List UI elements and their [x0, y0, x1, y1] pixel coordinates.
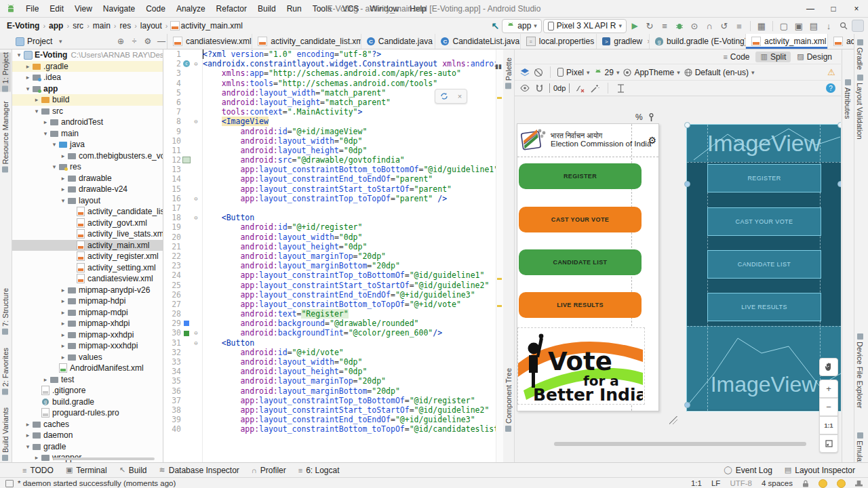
- palette-tab[interactable]: Palette: [505, 58, 513, 89]
- tree-item-test[interactable]: ▸test: [12, 374, 163, 386]
- tree-item-idea[interactable]: ▸.idea: [12, 72, 163, 83]
- blueprint-button-register[interactable]: REGISTER: [707, 164, 821, 192]
- tree-item-values[interactable]: ▸values: [12, 352, 163, 363]
- status-1-1[interactable]: 1:1: [691, 479, 702, 487]
- tree-item-androidtest[interactable]: ▸androidTest: [12, 117, 163, 128]
- code-line-28[interactable]: android:text="Register": [203, 309, 496, 319]
- tree-collapsed-arrow[interactable]: ▸: [59, 354, 67, 361]
- tree-collapsed-arrow[interactable]: ▸: [59, 342, 67, 349]
- code-line-30[interactable]: android:backgroundTint="@color/green_600…: [203, 328, 496, 338]
- menu-view[interactable]: View: [69, 4, 98, 14]
- code-line-37[interactable]: app:layout_constraintTop_toBottomOf="@id…: [203, 396, 496, 405]
- api-version-select[interactable]: 29 ▾: [594, 68, 620, 77]
- tab-local-properties[interactable]: =local.properties×: [521, 34, 597, 49]
- code-line-15[interactable]: app:layout_constraintStart_toStartOf="pa…: [203, 184, 496, 194]
- tree-expanded-arrow[interactable]: ▾: [24, 443, 32, 450]
- menu-run[interactable]: Run: [281, 4, 307, 14]
- tree-item-mipmap-xhdpi[interactable]: ▸mipmap-xhdpi: [12, 318, 163, 329]
- tree-item-com-thebigbusters-e-votin[interactable]: ▸com.thebigbusters.e_votin: [12, 150, 163, 162]
- mode-split-button[interactable]: ▥ Split: [755, 52, 791, 62]
- toolwindow-layout-inspector[interactable]: ▤Layout Inspector: [778, 466, 861, 475]
- blueprint-imageview-bottom[interactable]: ImageView: [687, 326, 841, 410]
- code-line-25[interactable]: app:layout_constraintStart_toStartOf="@i…: [203, 281, 496, 290]
- code-line-20[interactable]: android:layout_width="0dp": [203, 232, 496, 242]
- tree-item-activity-main-xml[interactable]: activity_main.xml: [12, 240, 163, 251]
- tree-item-res[interactable]: ▾res: [12, 161, 163, 173]
- tree-item-app[interactable]: ▾app: [12, 83, 163, 95]
- selection-handle[interactable]: [684, 122, 690, 128]
- device-manager-icon[interactable]: ▣: [792, 20, 806, 32]
- tree-item-gradle[interactable]: ▸.gradle: [12, 61, 163, 73]
- tab-activity-candidate-list-xml[interactable]: activity_candidate_list.xml×: [252, 34, 361, 49]
- code-line-21[interactable]: android:layout_height="0dp": [203, 242, 496, 251]
- tree-item-build-gradle[interactable]: gbuild.gradle: [12, 396, 163, 408]
- blueprint-imageview-top[interactable]: ImageView: [687, 125, 841, 162]
- fold-marker[interactable]: ⊖: [192, 213, 200, 222]
- tab-activity-main-xml[interactable]: activity_main.xml×: [746, 34, 828, 49]
- sync-project-icon[interactable]: ▦: [755, 20, 768, 32]
- apply-code-changes-icon[interactable]: ≡: [658, 20, 671, 32]
- tree-item-activity-setting-xml[interactable]: activity_setting.xml: [12, 262, 163, 274]
- blueprint-button-live-results[interactable]: LIVE RESULTS: [707, 293, 821, 321]
- status-4-spaces[interactable]: 4 spaces: [762, 479, 793, 487]
- blueprint-button-candidate-list[interactable]: CANDIDATE LIST: [707, 250, 821, 279]
- tree-item-mipmap-xxhdpi[interactable]: ▸mipmap-xxhdpi: [12, 329, 163, 341]
- stripe-tab-1-project[interactable]: 1: Project: [0, 52, 11, 92]
- breadcrumb-item-main[interactable]: main: [92, 21, 112, 30]
- design-canvas[interactable]: %: [515, 96, 841, 462]
- autoconnect-magnet-icon[interactable]: [535, 84, 544, 93]
- retry-instrumentation-icon[interactable]: ↺: [717, 20, 731, 32]
- toolwindow-build[interactable]: ↖Build: [113, 466, 153, 475]
- tree-collapsed-arrow[interactable]: ▸: [59, 175, 67, 182]
- orientation-icon[interactable]: [534, 68, 543, 77]
- search-everywhere-icon[interactable]: [837, 20, 850, 32]
- code-line-38[interactable]: app:layout_constraintStart_toStartOf="@i…: [203, 405, 496, 415]
- tree-collapsed-arrow[interactable]: ▸: [41, 119, 50, 125]
- zoom-to-fit-button[interactable]: [819, 434, 838, 453]
- code-line-23[interactable]: android:layout_marginBottom="20dp": [203, 261, 496, 270]
- stripe-tab-2-favorites[interactable]: 2: Favorites: [0, 348, 11, 394]
- warning-mark[interactable]: [497, 305, 502, 307]
- pan-hand-button[interactable]: [819, 358, 838, 376]
- tree-expanded-arrow[interactable]: ▾: [41, 130, 50, 137]
- code-line-39[interactable]: app:layout_constraintEnd_toEndOf="@+id/g…: [203, 415, 496, 424]
- tree-item-build[interactable]: ▸build: [12, 94, 163, 106]
- canvas-scrollbar[interactable]: [554, 442, 806, 446]
- tab-candidatelist-java[interactable]: CCandidateList.java×: [435, 34, 520, 49]
- context-actions-icon[interactable]: c: [183, 60, 190, 67]
- blueprint-guideline[interactable]: [687, 162, 841, 163]
- code-line-14[interactable]: app:layout_constraintEnd_toEndOf="parent…: [203, 174, 496, 184]
- hide-panel-icon[interactable]: —: [156, 37, 167, 46]
- tree-expanded-arrow[interactable]: ▾: [50, 163, 58, 170]
- tree-collapsed-arrow[interactable]: ▸: [59, 186, 67, 192]
- stripe-tab-layout-validation[interactable]: Layout Validation: [856, 75, 864, 140]
- code-line-34[interactable]: android:layout_height="0dp": [203, 367, 496, 376]
- tree-item-main[interactable]: ▾main: [12, 128, 163, 140]
- project-panel-title[interactable]: Project: [27, 37, 52, 46]
- code-line-22[interactable]: android:layout_marginTop="20dp": [203, 251, 496, 261]
- close-button[interactable]: ×: [845, 1, 868, 17]
- code-line-17[interactable]: [203, 203, 496, 213]
- selection-handle[interactable]: [837, 122, 841, 128]
- preview-resize-handle[interactable]: [669, 416, 677, 424]
- component-tree-tab[interactable]: Component Tree: [505, 368, 513, 432]
- breadcrumb-item-res[interactable]: res: [118, 21, 132, 30]
- status-lf[interactable]: LF: [711, 479, 720, 487]
- preview-button-register[interactable]: REGISTER: [519, 163, 642, 189]
- code-line-19[interactable]: android:id="@+id/register": [203, 222, 496, 232]
- tree-item-layout[interactable]: ▾layout: [12, 195, 163, 207]
- tree-expanded-arrow[interactable]: ▾: [24, 85, 32, 92]
- fold-marker[interactable]: ⊖: [192, 59, 200, 68]
- code-line-4[interactable]: xmlns:tools="http://schemas.android.com/…: [203, 79, 496, 88]
- tree-item-mipmap-hdpi[interactable]: ▸mipmap-hdpi: [12, 296, 163, 307]
- menu-code[interactable]: Code: [140, 4, 171, 14]
- theme-select[interactable]: AppTheme ▾: [623, 68, 679, 77]
- vote-banner-image[interactable]: Vote for a Better India: [517, 327, 645, 405]
- tree-scrollbar[interactable]: [53, 458, 155, 460]
- code-line-13[interactable]: app:layout_constraintBottom_toBottomOf="…: [203, 165, 496, 174]
- color-preview-icon[interactable]: [184, 321, 189, 326]
- constraint-anchor[interactable]: [837, 181, 841, 187]
- preview-button-candidate-list[interactable]: CANDIDATE LIST: [519, 249, 642, 275]
- stripe-tab-resource-manager[interactable]: Resource Manager: [0, 101, 11, 173]
- tree-collapsed-arrow[interactable]: ▸: [59, 298, 67, 304]
